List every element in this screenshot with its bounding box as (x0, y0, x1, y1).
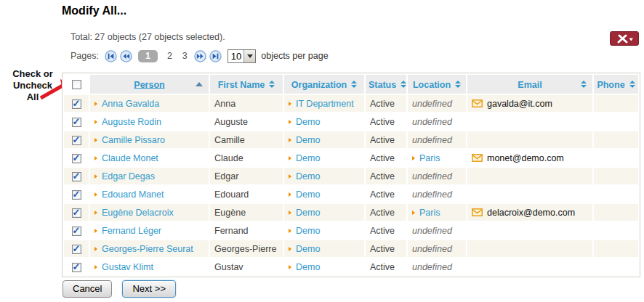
orange-bullet-icon (289, 138, 291, 142)
organization-link[interactable]: Demo (296, 208, 320, 218)
orange-bullet-icon (94, 265, 97, 269)
per-page-select[interactable]: 10 (228, 49, 256, 63)
first-name-cell: Auguste (210, 113, 283, 130)
status-text: Active (370, 171, 395, 181)
row-checkbox[interactable]: ✓ (72, 226, 81, 236)
phone-cell (594, 240, 638, 257)
phone-cell (594, 222, 638, 239)
location-cell: Paris (408, 150, 466, 166)
select-all-checkbox[interactable] (72, 80, 81, 89)
person-link[interactable]: Edouard Manet (102, 189, 164, 200)
first-name-cell: Camille (210, 131, 283, 148)
email-text: gavalda@it.com (487, 99, 552, 109)
row-checkbox[interactable]: ✓ (72, 99, 81, 109)
table-row: ✓Claude MonetClaudeDemoActiveParis monet… (64, 150, 638, 166)
person-link[interactable]: Georges-Pierre Seurat (102, 244, 193, 254)
email-envelope-icon (472, 99, 483, 107)
person-link[interactable]: Gustav Klimt (102, 262, 153, 272)
previous-page-icon[interactable] (120, 50, 132, 62)
row-select-cell: ✓ (64, 204, 89, 221)
email-cell (467, 168, 592, 184)
location-link[interactable]: Paris (419, 153, 440, 163)
first-name-cell: Gustav (210, 258, 283, 275)
email-envelope-icon (472, 208, 483, 216)
person-link[interactable]: Auguste Rodin (102, 117, 161, 127)
location-link[interactable]: Paris (419, 208, 440, 218)
location-undefined-text: undefined (412, 99, 452, 109)
organization-link[interactable]: IT Department (296, 99, 354, 109)
organization-link[interactable]: Demo (296, 135, 320, 145)
row-checkbox[interactable]: ✓ (72, 172, 81, 181)
column-header-status[interactable]: Status (366, 75, 406, 94)
row-checkbox[interactable]: ✓ (72, 136, 81, 145)
organization-link[interactable]: Demo (296, 117, 320, 127)
location-undefined-text: undefined (412, 117, 452, 127)
organization-link[interactable]: Demo (296, 189, 320, 200)
last-page-icon[interactable] (209, 50, 222, 62)
phone-cell (594, 204, 638, 221)
person-cell: Claude Monet (90, 150, 209, 166)
page-link-2[interactable]: 2 (167, 51, 172, 61)
organization-cell: Demo (284, 168, 364, 184)
row-checkbox[interactable]: ✓ (72, 208, 81, 218)
orange-bullet-icon (289, 211, 291, 215)
location-undefined-text: undefined (412, 171, 452, 181)
person-link[interactable]: Edgar Degas (102, 171, 155, 181)
first-page-icon[interactable] (105, 50, 117, 62)
organization-link[interactable]: Demo (296, 262, 320, 272)
organization-link[interactable]: Demo (296, 171, 320, 181)
check-icon: ✓ (73, 134, 81, 145)
person-link[interactable]: Fernand Léger (102, 226, 161, 236)
row-checkbox[interactable]: ✓ (72, 190, 81, 200)
email-envelope-icon (472, 154, 483, 162)
table-header-row: PersonFirst NameOrganizationStatusLocati… (64, 75, 638, 94)
modify-all-page: Modify All... Total: 27 objects (27 obje… (0, 0, 644, 302)
status-cell: Active (366, 95, 406, 112)
first-name-cell: Edgar (210, 168, 283, 184)
first-name-text: Camille (214, 135, 245, 145)
row-checkbox[interactable]: ✓ (72, 154, 81, 163)
column-header-email[interactable]: Email (467, 75, 592, 94)
organization-link[interactable]: Demo (296, 226, 320, 236)
email-cell (467, 113, 592, 130)
person-cell: Camille Pissaro (90, 131, 209, 148)
row-checkbox[interactable]: ✓ (72, 118, 81, 127)
next-button[interactable]: Next >> (122, 280, 176, 298)
pagination-bar: Pages: 1 23 10 objects per page (71, 48, 329, 64)
person-link[interactable]: Eugène Delacroix (102, 208, 174, 218)
first-name-cell: Claude (210, 150, 283, 166)
column-header-location[interactable]: Location (408, 75, 466, 94)
person-link[interactable]: Camille Pissaro (102, 135, 165, 145)
first-name-text: Fernand (214, 226, 249, 236)
phone-cell (594, 150, 638, 166)
email-cell: gavalda@it.com (467, 95, 592, 112)
table-row: ✓Auguste RodinAugusteDemoActiveundefined (64, 113, 638, 130)
chevron-down-icon[interactable] (243, 50, 255, 62)
person-link[interactable]: Anna Gavalda (102, 99, 159, 109)
location-cell: Paris (408, 204, 466, 221)
column-header-phone[interactable]: Phone (594, 75, 638, 94)
orange-bullet-icon (94, 102, 97, 106)
organization-cell: Demo (284, 131, 364, 148)
column-header-organization[interactable]: Organization (284, 75, 364, 94)
column-header-label: Organization (291, 79, 347, 89)
organization-cell: Demo (284, 150, 364, 166)
row-select-cell: ✓ (64, 150, 89, 166)
table-row: ✓Gustav KlimtGustavDemoActiveundefined (64, 258, 638, 275)
next-page-icon[interactable] (194, 50, 206, 62)
first-name-text: Auguste (214, 117, 248, 127)
email-cell (467, 222, 592, 239)
row-checkbox[interactable]: ✓ (72, 263, 81, 272)
organization-link[interactable]: Demo (296, 244, 320, 254)
orange-bullet-icon (94, 211, 97, 215)
orange-bullet-icon (94, 138, 97, 142)
row-checkbox[interactable]: ✓ (72, 245, 81, 254)
column-header-first_name[interactable]: First Name (210, 75, 283, 94)
table-row: ✓Eugène DelacroixEugèneDemoActiveParis d… (64, 204, 638, 221)
tools-menu-button[interactable] (610, 31, 639, 46)
cancel-button[interactable]: Cancel (63, 280, 112, 298)
page-link-3[interactable]: 3 (182, 51, 188, 61)
organization-link[interactable]: Demo (296, 153, 320, 163)
person-link[interactable]: Claude Monet (102, 153, 158, 163)
column-header-person[interactable]: Person (90, 75, 209, 94)
